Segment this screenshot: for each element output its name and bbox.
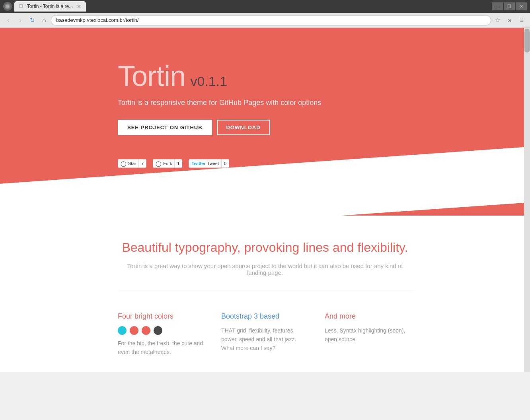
feature-more-title: And more [325, 312, 412, 321]
main-tagline-sub: Tortin is a great way to show your open … [118, 262, 412, 276]
minimize-button[interactable]: — [492, 2, 503, 10]
feature-bootstrap: Bootstrap 3 based THAT grid, flexibility… [221, 312, 309, 357]
feature-bootstrap-title: Bootstrap 3 based [221, 312, 309, 321]
hero-heading: Tortin v0.1.1 [118, 60, 412, 92]
chrome-menu-button[interactable]: ≡ [516, 15, 527, 25]
tab-page-icon: ☐ [19, 4, 25, 9]
window-controls: — ❐ ✕ [492, 2, 527, 10]
social-buttons: ◯ Star 7 ◯ Fork 1 [118, 159, 412, 168]
hero-section: Tortin v0.1.1 Tortin is a responsive the… [0, 28, 530, 216]
color-dots [118, 326, 205, 335]
dot-teal [118, 326, 127, 335]
dot-dark [154, 326, 162, 335]
feature-bootstrap-text: THAT grid, flexibility, features, power,… [221, 326, 309, 353]
dot-red [130, 326, 138, 335]
tab-title: Tortin - Tortin is a re... [27, 4, 73, 9]
forward-button[interactable]: › [15, 15, 25, 25]
back-button[interactable]: ‹ [3, 15, 14, 25]
feature-colors-text: For the hip, the fresh, the cute and eve… [118, 339, 205, 357]
tweet-label: Tweet [207, 161, 219, 166]
scrollbar-track[interactable] [524, 28, 530, 372]
feature-colors: Four bright colors For the hip, the fres… [118, 312, 205, 357]
section-divider [118, 292, 412, 292]
hero-version: v0.1.1 [191, 74, 228, 89]
twitter-icon: Twitter [191, 161, 205, 166]
main-tagline: Beautiful typography, provoking lines an… [118, 239, 412, 256]
github-button[interactable]: SEE PROJECT ON GITHUB [118, 120, 212, 135]
hero-title: Tortin [118, 60, 185, 92]
feature-more-text-soon: (soon) [388, 327, 404, 334]
bookmark-star-button[interactable]: ☆ [493, 15, 503, 25]
scrollbar-thumb[interactable] [524, 29, 530, 52]
github-fork-icon: ◯ [156, 161, 162, 167]
features-grid: Four bright colors For the hip, the fres… [118, 308, 412, 357]
close-button[interactable]: ✕ [516, 2, 527, 10]
github-icon: ◯ [121, 161, 127, 167]
feature-colors-title: Four bright colors [118, 312, 205, 321]
home-button[interactable]: ⌂ [39, 15, 49, 25]
download-button[interactable]: DOWNLOAD [217, 120, 270, 135]
tab-close-button[interactable]: ✕ [77, 4, 81, 10]
dot-orange [142, 326, 150, 335]
svg-point-1 [6, 5, 9, 8]
new-tab-area [86, 1, 99, 12]
feature-more: And more Less, Syntax highlighting (soon… [325, 312, 412, 357]
restore-button[interactable]: ❐ [504, 2, 515, 10]
github-star-button[interactable]: ◯ Star 7 [118, 159, 146, 168]
star-count: 7 [139, 159, 146, 167]
feature-more-text: Less, Syntax highlighting (soon), open s… [325, 326, 412, 344]
twitter-tweet-button[interactable]: Twitter Tweet 0 [189, 159, 229, 168]
browser-logo-icon [3, 2, 12, 11]
refresh-button[interactable]: ↻ [27, 15, 37, 25]
browser-toolbar: ‹ › ↻ ⌂ ☆ » ≡ [0, 13, 530, 28]
address-bar[interactable] [51, 15, 491, 25]
hero-buttons: SEE PROJECT ON GITHUB DOWNLOAD [118, 120, 412, 135]
github-fork-button[interactable]: ◯ Fork 1 [153, 159, 182, 168]
hero-subtitle: Tortin is a responsive theme for GitHub … [118, 99, 412, 107]
browser-tab[interactable]: ☐ Tortin - Tortin is a re... ✕ [14, 1, 86, 12]
fork-count: 1 [175, 159, 182, 167]
star-label: Star [128, 161, 136, 166]
extensions-button[interactable]: » [505, 15, 515, 25]
tweet-count: 0 [222, 159, 229, 167]
fork-label: Fork [163, 161, 172, 166]
page-content: Tortin v0.1.1 Tortin is a responsive the… [0, 28, 530, 372]
main-section: Beautiful typography, provoking lines an… [0, 216, 530, 372]
feature-more-text-before: Less, Syntax highlighting [325, 327, 388, 334]
